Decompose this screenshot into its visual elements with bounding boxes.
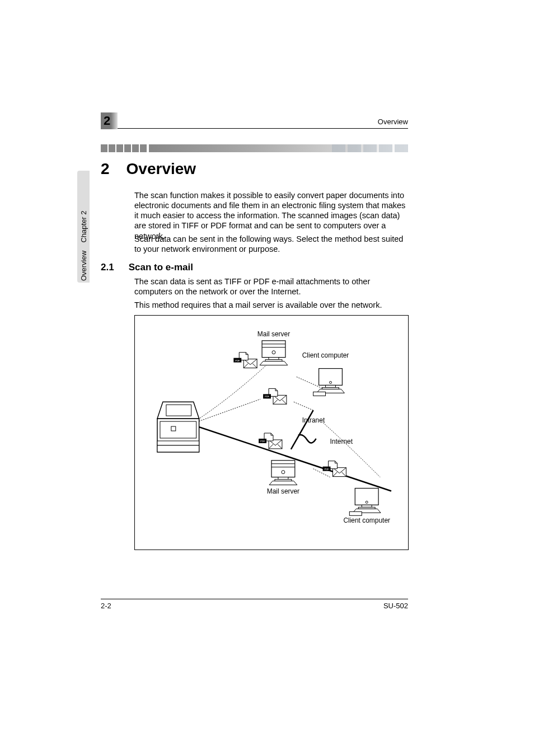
- svg-rect-19: [271, 461, 295, 477]
- svg-point-15: [330, 381, 332, 383]
- svg-rect-16: [326, 385, 336, 387]
- svg-text:PDF: PDF: [265, 395, 270, 398]
- paragraph-2: Scan data can be sent in the following w…: [134, 234, 408, 254]
- svg-rect-4: [171, 426, 176, 431]
- scan-to-email-diagram: Mail server Client computer: [134, 315, 409, 550]
- svg-rect-3: [160, 421, 196, 438]
- side-chapter-label: Chapter 2: [79, 210, 88, 242]
- svg-rect-7: [166, 405, 191, 416]
- svg-rect-8: [262, 341, 285, 358]
- side-tab-title: Overview: [77, 241, 90, 291]
- diagram-internet: Internet: [330, 438, 353, 445]
- document-id: SU-502: [383, 602, 408, 610]
- svg-point-26: [366, 501, 368, 503]
- side-title-label: Overview: [79, 251, 88, 281]
- svg-rect-12: [269, 358, 279, 360]
- separator-bar: [101, 144, 408, 152]
- diagram-mailserver1: Mail server: [257, 330, 290, 338]
- diagram-client2: Client computer: [343, 516, 390, 524]
- svg-point-11: [272, 351, 275, 354]
- diagram-client1: Client computer: [302, 351, 349, 359]
- svg-text:PDF: PDF: [325, 468, 330, 471]
- diagram-intranet: Intranet: [302, 416, 325, 424]
- chapter-title-number: 2: [101, 160, 110, 178]
- chapter-title-row: 2 Overview: [101, 160, 196, 178]
- svg-rect-23: [278, 477, 288, 480]
- section-number: 2.1: [101, 262, 114, 273]
- chapter-title-text: Overview: [127, 160, 196, 178]
- svg-text:PDF: PDF: [260, 440, 265, 443]
- svg-rect-29: [349, 511, 362, 515]
- svg-rect-6: [157, 445, 199, 452]
- paragraph-4: This method requires that a mail server …: [134, 300, 408, 310]
- header-right-label: Overview: [378, 118, 408, 126]
- page: Chapter 2 Overview 2 Overview 2 Overview…: [0, 0, 534, 756]
- section-title: Scan to e-mail: [129, 262, 193, 273]
- header-rule: 2 Overview: [101, 115, 408, 129]
- chapter-number: 2: [104, 114, 110, 128]
- svg-rect-5: [157, 441, 199, 445]
- diagram-mailserver2: Mail server: [267, 487, 299, 495]
- svg-text:PDF: PDF: [235, 359, 240, 362]
- section-title-row: 2.1 Scan to e-mail: [101, 262, 193, 273]
- svg-rect-18: [313, 392, 326, 396]
- svg-point-22: [282, 471, 285, 474]
- page-number: 2-2: [101, 602, 111, 610]
- paragraph-3: The scan data is sent as TIFF or PDF e-m…: [134, 276, 408, 297]
- svg-rect-27: [362, 505, 372, 507]
- footer-rule: 2-2 SU-502: [101, 599, 408, 612]
